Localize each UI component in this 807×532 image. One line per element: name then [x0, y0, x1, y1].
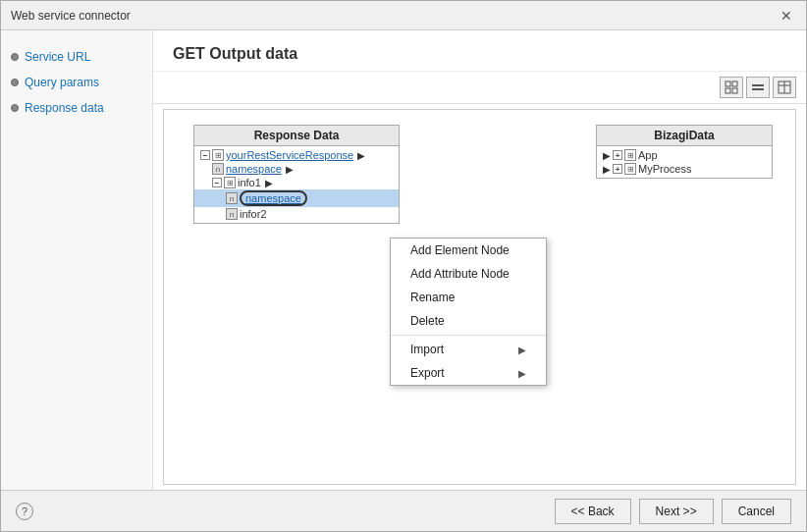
help-button[interactable]: ? [16, 503, 33, 520]
context-menu-label: Import [410, 343, 444, 356]
context-menu-item-rename[interactable]: Rename [391, 286, 546, 309]
tree-label: MyProcess [638, 163, 691, 175]
svg-rect-3 [732, 88, 737, 93]
tree-row[interactable]: − ⊞ info1 ▶ [194, 176, 399, 189]
sidebar-label-service-url: Service URL [25, 50, 90, 64]
context-menu-label: Delete [410, 314, 445, 328]
svg-rect-1 [732, 81, 737, 86]
bizagi-data-header: BizagiData [597, 126, 772, 146]
svg-rect-5 [752, 88, 764, 90]
context-menu-label: Export [410, 366, 445, 380]
expand-icon[interactable]: − [212, 178, 222, 187]
tree-label: infor2 [240, 208, 267, 220]
page-title: GET Output data [153, 30, 806, 72]
canvas-area[interactable]: Response Data − ⊞ yourRestServiceRespons… [163, 109, 796, 485]
context-menu-label: Rename [410, 291, 455, 304]
canvas-inner: Response Data − ⊞ yourRestServiceRespons… [164, 110, 796, 444]
tree-label: namespace [226, 163, 282, 175]
arrow-icon: ▶ [357, 150, 365, 161]
arrow-icon: ▶ [603, 164, 611, 175]
toolbar-btn-3[interactable] [773, 77, 796, 98]
toolbar [153, 72, 806, 104]
sidebar-item-response-data[interactable]: Response data [11, 101, 142, 115]
toolbar-btn-2[interactable] [746, 77, 770, 98]
tree-row-selected[interactable]: n namespace [194, 189, 399, 207]
tree-label: yourRestServiceResponse [226, 149, 353, 161]
context-menu-item-add-element[interactable]: Add Element Node [391, 239, 546, 262]
sidebar-item-query-params[interactable]: Query params [11, 76, 142, 89]
dot-icon [11, 104, 19, 112]
cancel-button[interactable]: Cancel [722, 499, 791, 524]
bizagi-data-box: BizagiData ▶ + ⊞ App ▶ [596, 125, 773, 179]
bizagi-data-content: ▶ + ⊞ App ▶ + ⊞ MyProcess [597, 146, 772, 178]
node-icon: ⊞ [624, 149, 636, 161]
node-icon: ⊞ [212, 149, 224, 161]
footer-left: ? [16, 503, 33, 520]
footer: ? << Back Next >> Cancel [1, 490, 806, 531]
arrow-icon: ▶ [603, 150, 611, 161]
context-menu-item-delete[interactable]: Delete [391, 309, 546, 333]
response-data-header: Response Data [194, 126, 399, 146]
expand-icon[interactable]: + [613, 150, 622, 160]
next-button[interactable]: Next >> [639, 499, 714, 524]
sidebar-label-response-data: Response data [25, 101, 104, 115]
tree-row[interactable]: − ⊞ yourRestServiceResponse ▶ [194, 148, 399, 162]
svg-rect-0 [726, 81, 730, 86]
dot-icon [11, 53, 19, 61]
sidebar-item-service-url[interactable]: Service URL [11, 50, 142, 64]
context-menu-item-import[interactable]: Import ▶ [391, 338, 546, 361]
tree-row[interactable]: ▶ + ⊞ MyProcess [597, 162, 772, 176]
window-title: Web service connector [11, 9, 131, 23]
tree-label: info1 [238, 177, 261, 188]
context-menu-separator [391, 335, 546, 336]
tree-row[interactable]: n namespace ▶ [194, 162, 399, 176]
arrow-icon: ▶ [286, 164, 294, 175]
response-data-box: Response Data − ⊞ yourRestServiceRespons… [193, 125, 400, 224]
close-button[interactable]: ✕ [777, 6, 796, 26]
expand-icon[interactable]: − [200, 150, 210, 160]
content-area: Service URL Query params Response data G… [1, 30, 806, 490]
node-icon: n [226, 208, 238, 220]
submenu-arrow-icon: ▶ [518, 368, 526, 379]
sidebar: Service URL Query params Response data [1, 30, 153, 490]
context-menu-item-add-attribute[interactable]: Add Attribute Node [391, 262, 546, 286]
main-window: Web service connector ✕ Service URL Quer… [0, 0, 807, 532]
tree-label: App [638, 149, 658, 161]
dot-icon [11, 79, 19, 86]
node-icon: n [226, 192, 238, 204]
response-data-content: − ⊞ yourRestServiceResponse ▶ n namespac… [194, 146, 399, 223]
context-menu-item-export[interactable]: Export ▶ [391, 361, 546, 385]
submenu-arrow-icon: ▶ [518, 345, 526, 355]
back-button[interactable]: << Back [555, 499, 631, 524]
main-panel: GET Output data Response Data [153, 30, 806, 490]
sidebar-label-query-params: Query params [25, 76, 99, 89]
footer-right: << Back Next >> Cancel [555, 499, 791, 524]
node-icon: n [212, 163, 224, 175]
title-bar: Web service connector ✕ [1, 1, 806, 30]
tree-row[interactable]: ▶ + ⊞ App [597, 148, 772, 162]
expand-icon[interactable]: + [613, 164, 622, 174]
tree-label: namespace [240, 190, 307, 206]
context-menu-label: Add Element Node [410, 243, 510, 257]
arrow-icon: ▶ [265, 178, 273, 188]
node-icon: ⊞ [224, 177, 236, 188]
toolbar-btn-1[interactable] [720, 77, 743, 98]
context-menu-label: Add Attribute Node [410, 267, 510, 281]
context-menu: Add Element Node Add Attribute Node Rena… [390, 238, 547, 386]
tree-row[interactable]: n infor2 [194, 207, 399, 221]
svg-rect-4 [752, 84, 764, 86]
svg-rect-2 [726, 88, 730, 93]
node-icon: ⊞ [624, 163, 636, 175]
